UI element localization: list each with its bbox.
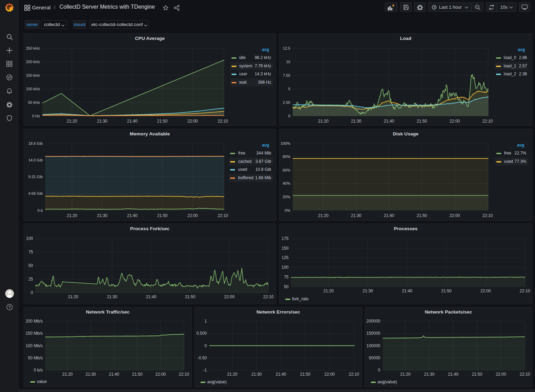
svg-text:50: 50 bbox=[284, 284, 289, 289]
svg-text:21:30: 21:30 bbox=[363, 289, 373, 293]
svg-text:22:10: 22:10 bbox=[482, 119, 493, 124]
svg-text:22:00: 22:00 bbox=[449, 213, 460, 218]
svg-text:22:10: 22:10 bbox=[520, 289, 530, 293]
svg-text:1: 1 bbox=[204, 319, 207, 324]
svg-text:50 kHz: 50 kHz bbox=[28, 100, 40, 105]
svg-text:0 b/s: 0 b/s bbox=[34, 368, 43, 373]
svg-text:21:20: 21:20 bbox=[68, 294, 78, 299]
svg-text:21:30: 21:30 bbox=[351, 213, 361, 218]
svg-text:100: 100 bbox=[26, 236, 33, 241]
svg-text:0: 0 bbox=[288, 114, 290, 118]
svg-text:50 Mb/s: 50 Mb/s bbox=[28, 356, 43, 360]
svg-text:21:20: 21:20 bbox=[400, 372, 411, 377]
svg-text:21:50: 21:50 bbox=[416, 213, 427, 218]
svg-text:22:10: 22:10 bbox=[349, 372, 359, 377]
svg-text:22:10: 22:10 bbox=[218, 213, 228, 218]
svg-text:21:40: 21:40 bbox=[384, 213, 394, 218]
svg-text:21:30: 21:30 bbox=[251, 372, 262, 377]
svg-text:75: 75 bbox=[284, 275, 289, 280]
svg-text:21:30: 21:30 bbox=[107, 294, 117, 299]
svg-text:21:50: 21:50 bbox=[185, 294, 195, 299]
svg-text:100000: 100000 bbox=[366, 343, 380, 348]
svg-text:21:20: 21:20 bbox=[67, 119, 77, 124]
svg-text:22:00: 22:00 bbox=[187, 213, 198, 218]
svg-text:200 kHz: 200 kHz bbox=[26, 60, 40, 64]
svg-text:150: 150 bbox=[282, 246, 289, 251]
svg-text:?: ? bbox=[8, 305, 11, 309]
svg-text:20%: 20% bbox=[283, 195, 290, 199]
svg-text:150000: 150000 bbox=[366, 331, 380, 336]
svg-text:21:50: 21:50 bbox=[300, 372, 310, 377]
svg-text:60%: 60% bbox=[283, 168, 290, 172]
svg-text:75: 75 bbox=[29, 250, 33, 255]
svg-text:18.6 Gib: 18.6 Gib bbox=[28, 141, 43, 145]
svg-text:0 Hz: 0 Hz bbox=[32, 114, 40, 118]
svg-text:22:10: 22:10 bbox=[482, 213, 493, 218]
svg-text:21:50: 21:50 bbox=[157, 119, 168, 124]
svg-text:40%: 40% bbox=[283, 181, 290, 185]
svg-text:21:40: 21:40 bbox=[127, 119, 137, 124]
svg-text:0%: 0% bbox=[285, 208, 290, 212]
svg-text:0: 0 bbox=[31, 290, 33, 295]
svg-text:21:50: 21:50 bbox=[132, 372, 143, 377]
svg-text:22:00: 22:00 bbox=[496, 372, 506, 377]
svg-text:21:50: 21:50 bbox=[472, 372, 482, 377]
svg-text:0: 0 bbox=[378, 368, 380, 373]
svg-text:125: 125 bbox=[282, 255, 289, 260]
svg-text:150 kHz: 150 kHz bbox=[26, 73, 40, 77]
svg-text:100: 100 bbox=[282, 265, 289, 270]
svg-text:21:50: 21:50 bbox=[441, 289, 452, 293]
svg-text:50: 50 bbox=[29, 263, 33, 268]
svg-text:21:40: 21:40 bbox=[384, 119, 394, 124]
svg-text:9.31 Gib: 9.31 Gib bbox=[28, 175, 43, 179]
svg-text:21:30: 21:30 bbox=[97, 213, 107, 218]
svg-text:14.0 Gib: 14.0 Gib bbox=[28, 158, 43, 162]
svg-text:25: 25 bbox=[29, 277, 33, 282]
svg-text:7.50: 7.50 bbox=[283, 73, 290, 77]
svg-text:21:40: 21:40 bbox=[276, 372, 286, 377]
svg-text:22:00: 22:00 bbox=[187, 119, 198, 124]
svg-text:22:00: 22:00 bbox=[324, 372, 335, 377]
svg-text:5: 5 bbox=[288, 87, 290, 91]
svg-text:22:00: 22:00 bbox=[480, 289, 491, 293]
svg-text:200 Mb/s: 200 Mb/s bbox=[26, 319, 43, 324]
svg-text:-1: -1 bbox=[203, 368, 207, 373]
svg-text:21:30: 21:30 bbox=[97, 119, 107, 124]
svg-text:100%: 100% bbox=[281, 141, 290, 145]
svg-text:200000: 200000 bbox=[366, 319, 380, 324]
svg-text:21:50: 21:50 bbox=[416, 119, 427, 124]
svg-text:22:00: 22:00 bbox=[155, 372, 166, 377]
svg-text:22:10: 22:10 bbox=[520, 372, 530, 377]
svg-text:22:10: 22:10 bbox=[218, 119, 228, 124]
svg-text:2.50: 2.50 bbox=[283, 100, 290, 105]
svg-text:22:10: 22:10 bbox=[263, 294, 274, 299]
svg-text:-0.50: -0.50 bbox=[197, 356, 207, 360]
svg-text:21:30: 21:30 bbox=[351, 119, 361, 124]
svg-text:21:30: 21:30 bbox=[424, 372, 435, 377]
svg-text:21:40: 21:40 bbox=[109, 372, 119, 377]
svg-text:250 kHz: 250 kHz bbox=[26, 46, 40, 50]
svg-text:21:20: 21:20 bbox=[67, 213, 77, 218]
svg-text:21:20: 21:20 bbox=[318, 213, 329, 218]
svg-text:21:40: 21:40 bbox=[127, 213, 137, 218]
svg-text:22:00: 22:00 bbox=[449, 119, 460, 124]
svg-text:22:00: 22:00 bbox=[224, 294, 235, 299]
svg-text:21:20: 21:20 bbox=[227, 372, 237, 377]
svg-text:21:40: 21:40 bbox=[146, 294, 156, 299]
svg-text:21:50: 21:50 bbox=[157, 213, 168, 218]
svg-text:10: 10 bbox=[286, 60, 290, 64]
svg-text:0 b: 0 b bbox=[38, 208, 43, 212]
svg-text:21:40: 21:40 bbox=[402, 289, 412, 293]
svg-text:0.500: 0.500 bbox=[196, 331, 207, 336]
svg-text:80%: 80% bbox=[283, 155, 290, 159]
svg-text:175: 175 bbox=[282, 236, 289, 241]
svg-text:100 kHz: 100 kHz bbox=[26, 87, 40, 91]
svg-text:50000: 50000 bbox=[369, 356, 381, 360]
svg-text:100 Mb/s: 100 Mb/s bbox=[26, 343, 43, 348]
svg-text:21:20: 21:20 bbox=[318, 119, 329, 124]
svg-text:21:20: 21:20 bbox=[62, 372, 73, 377]
svg-text:21:40: 21:40 bbox=[448, 372, 459, 377]
svg-text:0: 0 bbox=[204, 343, 207, 348]
svg-text:4.66 Gib: 4.66 Gib bbox=[28, 191, 43, 195]
svg-text:150 Mb/s: 150 Mb/s bbox=[26, 331, 43, 336]
